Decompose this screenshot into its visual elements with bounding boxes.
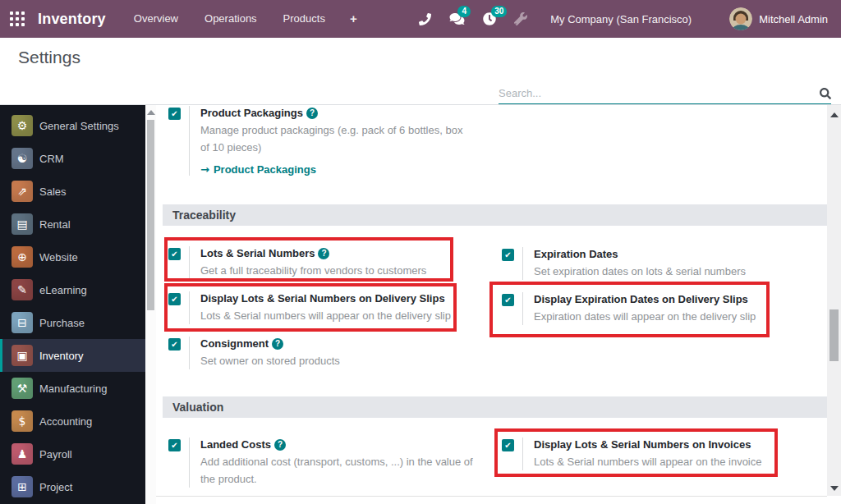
help-icon[interactable]: ? [318, 248, 329, 259]
control-panel: Settings SAVE DISCARD [0, 38, 841, 105]
scroll-up-icon[interactable] [830, 112, 839, 117]
menu-operations[interactable]: Operations [191, 0, 270, 38]
display-lots-delivery-checkbox[interactable]: ✔ [168, 293, 181, 305]
section-header-traceability: Traceability [163, 204, 827, 226]
scrollbar-thumb[interactable] [830, 309, 839, 361]
purchase-card-icon: ⊟ [11, 312, 33, 333]
section-header-valuation: Valuation [163, 396, 827, 418]
top-navbar: Inventory Overview Operations Products +… [0, 0, 841, 38]
inventory-box-icon: ▣ [11, 345, 33, 366]
sidebar-item-rental[interactable]: ▤ Rental [0, 208, 145, 241]
sidebar-item-accounting[interactable]: $ Accounting [0, 405, 145, 438]
sidebar-item-inventory[interactable]: ▣ Inventory [0, 339, 145, 372]
display-lots-invoices-checkbox[interactable]: ✔ [502, 439, 514, 451]
lots-serial-checkbox[interactable]: ✔ [168, 248, 181, 260]
scrollbar-thumb[interactable] [147, 120, 154, 310]
scroll-up-icon[interactable] [147, 110, 155, 115]
setting-desc: Set owner on stored products [200, 352, 456, 369]
setting-label: Display Expiration Dates on Delivery Sli… [534, 292, 785, 306]
developer-tools-wrench-icon[interactable] [514, 12, 527, 25]
expiration-dates-checkbox[interactable]: ✔ [502, 249, 514, 261]
gear-icon: ⚙ [11, 115, 33, 136]
settings-sidebar: ⚙ General Settings ☯ CRM ⇗ Sales ▤ Renta… [0, 105, 145, 504]
right-arrow-icon: → [200, 163, 209, 176]
activities-count-badge: 30 [491, 6, 507, 17]
product-packagings-link[interactable]: →Product Packagings [200, 163, 466, 176]
setting-display-lots-delivery: ✔ Display Lots & Serial Numbers on Deliv… [168, 291, 456, 324]
search-input[interactable] [499, 87, 820, 99]
sidebar-item-payroll[interactable]: ♟ Payroll [0, 438, 145, 470]
product-packagings-checkbox[interactable]: ✔ [168, 108, 181, 120]
setting-landed-costs: ✔ Landed Costs? Add additional cost (tra… [168, 438, 482, 488]
setting-consignment: ✔ Consignment? Set owner on stored produ… [168, 337, 456, 369]
setting-label: Display Lots & Serial Numbers on Deliver… [200, 291, 456, 305]
setting-label: Lots & Serial Numbers [200, 247, 315, 259]
messages-count-badge: 4 [457, 6, 471, 17]
search-icon[interactable] [820, 88, 831, 99]
setting-desc: Lots & Serial numbers will appear on the… [200, 307, 456, 324]
help-icon[interactable]: ? [274, 439, 286, 451]
sidebar-item-project[interactable]: ⊞ Project [0, 470, 145, 503]
display-expiration-delivery-checkbox[interactable]: ✔ [502, 294, 514, 306]
sidebar-item-website[interactable]: ⊕ Website [0, 241, 145, 273]
help-icon[interactable]: ? [306, 108, 318, 119]
sidebar-item-purchase[interactable]: ⊟ Purchase [0, 306, 145, 339]
setting-desc: Manage product packagings (e.g. pack of … [200, 121, 465, 156]
payroll-person-icon: ♟ [11, 443, 33, 465]
sales-chart-icon: ⇗ [11, 181, 33, 202]
setting-desc: Lots & Serial numbers will appear on the… [534, 453, 785, 470]
setting-desc: Get a full traceability from vendors to … [200, 262, 456, 279]
content-bottom-divider [156, 496, 827, 497]
user-name: Mitchell Admin [759, 13, 828, 25]
sidebar-item-sales[interactable]: ⇗ Sales [0, 175, 145, 208]
search-box [499, 83, 831, 104]
handshake-icon: ☯ [11, 148, 33, 169]
setting-label: Display Lots & Serial Numbers on Invoice… [534, 438, 785, 451]
odoo-inventory-settings-page: { "navbar": { "app_name": "Inventory", "… [0, 0, 841, 504]
setting-lots-serial-numbers: ✔ Lots & Serial Numbers? Get a full trac… [168, 246, 456, 279]
setting-product-packagings: ✔ Product Packagings? Manage product pac… [168, 106, 466, 176]
setting-desc: Set expiration dates on lots & serial nu… [534, 263, 785, 280]
phone-icon[interactable] [419, 13, 431, 25]
sidebar-item-crm[interactable]: ☯ CRM [0, 142, 145, 175]
messages-icon[interactable]: 4 [449, 12, 465, 25]
menu-overview[interactable]: Overview [121, 0, 191, 38]
help-icon[interactable]: ? [272, 338, 283, 350]
accounting-invoice-icon: $ [11, 410, 33, 432]
setting-label: Consignment [200, 337, 269, 350]
user-avatar [729, 7, 752, 30]
setting-display-lots-invoices: ✔ Display Lots & Serial Numbers on Invoi… [502, 438, 785, 470]
setting-label: Product Packagings [200, 107, 303, 119]
app-name[interactable]: Inventory [38, 11, 106, 28]
rental-card-icon: ▤ [11, 213, 33, 235]
setting-desc: Expiration dates will appear on the deli… [534, 308, 785, 325]
company-switcher[interactable]: My Company (San Francisco) [550, 13, 692, 25]
activities-clock-icon[interactable]: 30 [483, 12, 496, 25]
sidebar-item-general-settings[interactable]: ⚙ General Settings [0, 109, 145, 142]
elearning-icon: ✎ [11, 279, 33, 300]
user-menu[interactable]: Mitchell Admin [729, 7, 828, 30]
content-scrollbar[interactable] [827, 105, 841, 496]
sidebar-item-manufacturing[interactable]: ⚒ Manufacturing [0, 372, 145, 405]
setting-label: Landed Costs [200, 438, 271, 451]
page-title: Settings [18, 48, 80, 67]
scroll-down-icon[interactable] [830, 486, 839, 491]
setting-display-expiration-delivery: ✔ Display Expiration Dates on Delivery S… [502, 292, 785, 325]
apps-grid-icon[interactable] [10, 11, 25, 26]
setting-label: Expiration Dates [534, 247, 785, 261]
plus-menu-icon[interactable]: + [338, 0, 369, 38]
settings-scrollbar[interactable] [145, 105, 156, 504]
setting-expiration-dates: ✔ Expiration Dates Set expiration dates … [502, 247, 785, 280]
main-menu: Overview Operations Products + [121, 0, 369, 38]
setting-desc: Add additional cost (transport, customs,… [200, 453, 480, 488]
globe-icon: ⊕ [11, 246, 33, 268]
project-puzzle-icon: ⊞ [11, 476, 33, 497]
consignment-checkbox[interactable]: ✔ [168, 338, 181, 351]
wrench-icon: ⚒ [11, 378, 33, 399]
sidebar-item-elearning[interactable]: ✎ eLearning [0, 273, 145, 306]
menu-products[interactable]: Products [270, 0, 338, 38]
landed-costs-checkbox[interactable]: ✔ [168, 439, 181, 451]
